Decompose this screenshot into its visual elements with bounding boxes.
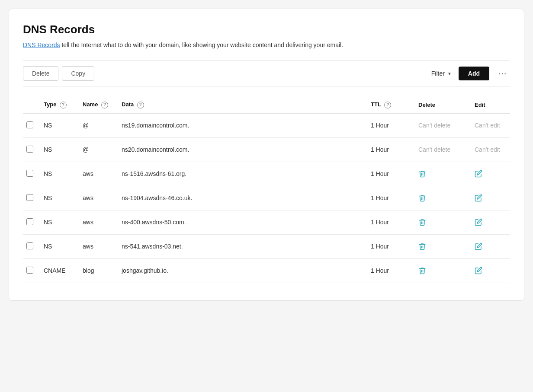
col-header-name: Name ? [79, 97, 118, 113]
delete-icon[interactable] [418, 194, 426, 202]
col-header-delete: Delete [415, 97, 471, 113]
cell-type: NS [40, 234, 79, 258]
cell-edit[interactable] [471, 210, 510, 234]
cell-type: NS [40, 162, 79, 186]
toolbar-left: Delete Copy [23, 66, 426, 81]
table-row: NSawsns-541.awsdns-03.net.1 Hour [23, 234, 510, 258]
col-header-ttl: TTL ? [367, 97, 415, 113]
cant-edit-label: Can't edit [475, 146, 500, 153]
cell-delete: Can't delete [415, 137, 471, 162]
row-checkbox[interactable] [26, 146, 33, 153]
row-checkbox[interactable] [26, 194, 33, 201]
edit-icon[interactable] [475, 194, 482, 202]
cell-ttl: 1 Hour [367, 113, 415, 138]
cell-name: aws [79, 162, 118, 186]
edit-icon[interactable] [475, 170, 482, 178]
table-header: Type ? Name ? Data ? TTL ? Delete Edit [23, 97, 510, 113]
table-row: CNAMEblogjoshgav.github.io.1 Hour [23, 258, 510, 283]
cant-edit-label: Can't edit [475, 122, 500, 129]
page-title: DNS Records [23, 23, 510, 36]
row-checkbox[interactable] [26, 170, 33, 177]
cell-ttl: 1 Hour [367, 137, 415, 162]
table-row: NS@ns20.domaincontrol.com.1 HourCan't de… [23, 137, 510, 162]
more-options-button[interactable]: ⋯ [494, 67, 510, 80]
cell-delete[interactable] [415, 162, 471, 186]
cell-ttl: 1 Hour [367, 258, 415, 283]
delete-icon[interactable] [418, 267, 426, 274]
description: DNS Records tell the Internet what to do… [23, 41, 510, 48]
type-help-icon[interactable]: ? [60, 102, 67, 108]
copy-button[interactable]: Copy [62, 66, 94, 81]
cell-edit[interactable] [471, 162, 510, 186]
toolbar: Delete Copy Filter ▼ Add ⋯ [23, 61, 510, 86]
table-body: NS@ns19.domaincontrol.com.1 HourCan't de… [23, 113, 510, 283]
cell-name: blog [79, 258, 118, 283]
chevron-down-icon: ▼ [447, 71, 452, 76]
cell-delete[interactable] [415, 186, 471, 210]
cell-name: @ [79, 137, 118, 162]
cell-edit: Can't edit [471, 113, 510, 138]
cell-edit[interactable] [471, 258, 510, 283]
cell-name: @ [79, 113, 118, 138]
col-header-checkbox [23, 97, 40, 113]
cell-delete[interactable] [415, 234, 471, 258]
cell-type: CNAME [40, 258, 79, 283]
dns-records-table: Type ? Name ? Data ? TTL ? Delete Edit N… [23, 97, 510, 283]
cell-type: NS [40, 113, 79, 138]
cell-data: ns-1516.awsdns-61.org. [118, 162, 367, 186]
delete-icon[interactable] [418, 218, 426, 226]
cell-data: ns-400.awsdns-50.com. [118, 210, 367, 234]
row-checkbox[interactable] [26, 242, 33, 249]
description-text: tell the Internet what to do with your d… [60, 41, 343, 48]
main-container: DNS Records DNS Records tell the Interne… [9, 9, 524, 301]
cell-delete[interactable] [415, 258, 471, 283]
filter-label: Filter [431, 70, 445, 77]
cell-data: ns-1904.awsdns-46.co.uk. [118, 186, 367, 210]
edit-icon[interactable] [475, 242, 482, 250]
cell-type: NS [40, 137, 79, 162]
dns-records-link[interactable]: DNS Records [23, 41, 60, 48]
cell-edit[interactable] [471, 234, 510, 258]
delete-icon[interactable] [418, 170, 426, 178]
cant-delete-label: Can't delete [418, 122, 450, 129]
ttl-help-icon[interactable]: ? [384, 102, 391, 108]
edit-icon[interactable] [475, 267, 482, 274]
cell-edit: Can't edit [471, 137, 510, 162]
col-header-data: Data ? [118, 97, 367, 113]
cell-ttl: 1 Hour [367, 162, 415, 186]
cell-type: NS [40, 210, 79, 234]
col-header-type: Type ? [40, 97, 79, 113]
cell-delete: Can't delete [415, 113, 471, 138]
cell-name: aws [79, 210, 118, 234]
table-row: NSawsns-1516.awsdns-61.org.1 Hour [23, 162, 510, 186]
cell-name: aws [79, 234, 118, 258]
cell-data: joshgav.github.io. [118, 258, 367, 283]
cell-ttl: 1 Hour [367, 210, 415, 234]
add-button[interactable]: Add [459, 67, 489, 80]
cell-data: ns-541.awsdns-03.net. [118, 234, 367, 258]
row-checkbox[interactable] [26, 121, 33, 128]
cell-delete[interactable] [415, 210, 471, 234]
cell-edit[interactable] [471, 186, 510, 210]
cell-data: ns20.domaincontrol.com. [118, 137, 367, 162]
delete-button[interactable]: Delete [23, 66, 58, 81]
cant-delete-label: Can't delete [418, 146, 450, 153]
edit-icon[interactable] [475, 218, 482, 226]
cell-data: ns19.domaincontrol.com. [118, 113, 367, 138]
delete-icon[interactable] [418, 242, 426, 250]
col-header-edit: Edit [471, 97, 510, 113]
cell-type: NS [40, 186, 79, 210]
name-help-icon[interactable]: ? [101, 102, 108, 108]
filter-button[interactable]: Filter ▼ [430, 67, 453, 80]
cell-ttl: 1 Hour [367, 234, 415, 258]
toolbar-right: Filter ▼ Add ⋯ [430, 67, 510, 80]
table-row: NS@ns19.domaincontrol.com.1 HourCan't de… [23, 113, 510, 138]
row-checkbox[interactable] [26, 218, 33, 225]
data-help-icon[interactable]: ? [137, 102, 144, 108]
table-row: NSawsns-1904.awsdns-46.co.uk.1 Hour [23, 186, 510, 210]
cell-ttl: 1 Hour [367, 186, 415, 210]
row-checkbox[interactable] [26, 267, 33, 274]
cell-name: aws [79, 186, 118, 210]
table-row: NSawsns-400.awsdns-50.com.1 Hour [23, 210, 510, 234]
